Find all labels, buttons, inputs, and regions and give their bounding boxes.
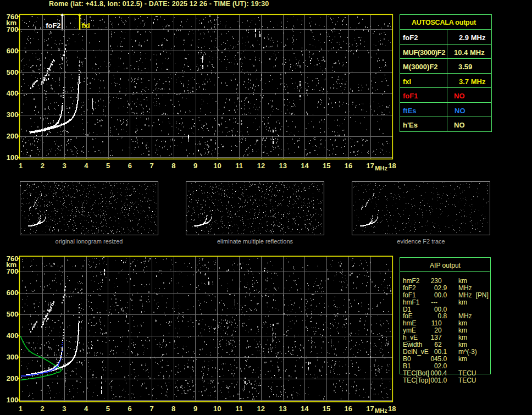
svg-text:14: 14	[301, 162, 309, 170]
svg-text:foF2: foF2	[46, 21, 60, 30]
svg-text:17: 17	[366, 405, 374, 413]
svg-text:6: 6	[128, 405, 132, 413]
svg-text:10: 10	[213, 162, 221, 170]
svg-text:13: 13	[279, 405, 286, 413]
svg-text:12: 12	[257, 405, 265, 413]
svg-text:400: 400	[7, 89, 19, 97]
svg-text:15: 15	[323, 405, 330, 413]
svg-text:600: 600	[7, 289, 19, 297]
svg-text:200: 200	[7, 132, 19, 140]
svg-text:MHz: MHz	[375, 407, 387, 414]
svg-text:500: 500	[7, 310, 19, 318]
svg-text:7: 7	[149, 405, 153, 413]
svg-text:8: 8	[171, 162, 175, 170]
svg-text:km: km	[6, 19, 16, 27]
svg-text:17: 17	[367, 162, 374, 170]
svg-text:300: 300	[7, 110, 19, 119]
svg-text:18: 18	[388, 162, 396, 170]
svg-text:16: 16	[345, 405, 352, 413]
svg-text:2: 2	[41, 405, 45, 413]
svg-text:5: 5	[106, 162, 110, 170]
svg-text:400: 400	[7, 331, 19, 340]
svg-text:8: 8	[171, 405, 175, 413]
svg-text:16: 16	[345, 162, 352, 170]
svg-text:200: 200	[7, 374, 19, 383]
svg-text:13: 13	[279, 162, 286, 170]
svg-text:18: 18	[388, 405, 396, 413]
svg-text:100: 100	[7, 396, 19, 404]
svg-text:6: 6	[128, 162, 132, 170]
svg-text:300: 300	[7, 353, 19, 361]
svg-text:2: 2	[41, 162, 45, 170]
svg-text:12: 12	[257, 162, 265, 170]
svg-text:4: 4	[84, 405, 88, 413]
svg-text:fxI: fxI	[82, 21, 90, 30]
svg-text:10: 10	[213, 405, 221, 413]
svg-text:1: 1	[19, 162, 23, 170]
svg-text:500: 500	[7, 68, 19, 76]
svg-text:9: 9	[193, 405, 197, 413]
svg-text:5: 5	[106, 405, 110, 413]
svg-text:7: 7	[150, 162, 154, 170]
svg-text:3: 3	[62, 162, 66, 170]
svg-text:MHz: MHz	[375, 165, 387, 171]
svg-text:15: 15	[323, 162, 330, 170]
svg-text:600: 600	[7, 47, 19, 55]
svg-text:11: 11	[235, 405, 243, 413]
svg-text:4: 4	[84, 162, 88, 170]
svg-text:100: 100	[7, 153, 19, 162]
svg-text:1: 1	[19, 405, 23, 413]
svg-text:14: 14	[301, 405, 309, 413]
svg-text:km: km	[6, 261, 16, 269]
svg-text:11: 11	[235, 162, 243, 170]
svg-text:3: 3	[62, 405, 66, 413]
svg-text:9: 9	[193, 162, 197, 170]
